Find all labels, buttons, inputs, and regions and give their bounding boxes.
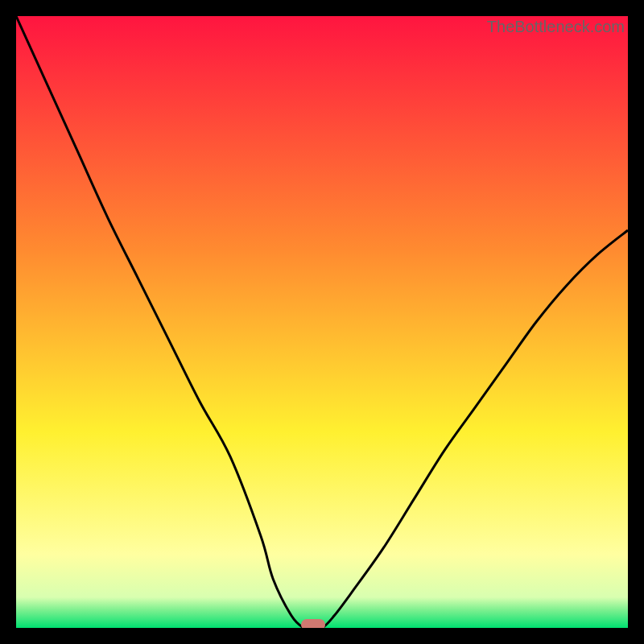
plot-area (16, 16, 628, 628)
optimal-marker (301, 619, 325, 628)
watermark: TheBottleneck.com (487, 18, 625, 36)
bottleneck-curve (16, 16, 628, 628)
